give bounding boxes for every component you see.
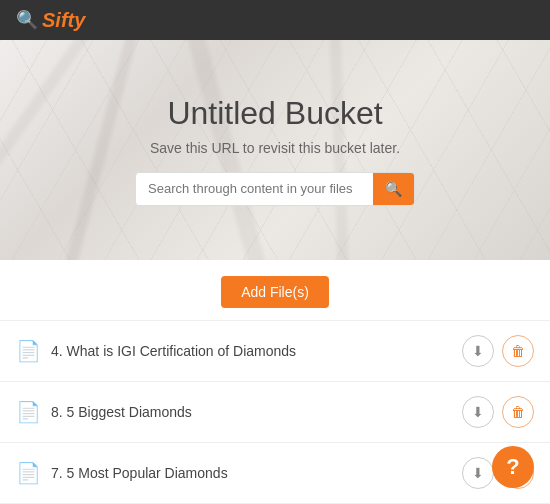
add-file-bar: Add File(s) [0, 260, 550, 321]
search-input[interactable] [136, 173, 373, 204]
file-list: 📄 4. What is IGI Certification of Diamon… [0, 321, 550, 504]
file-icon: 📄 [16, 461, 41, 485]
add-file-button[interactable]: Add File(s) [221, 276, 329, 308]
main-content: Add File(s) 📄 4. What is IGI Certificati… [0, 260, 550, 504]
delete-button[interactable]: 🗑 [502, 335, 534, 367]
hero-subtitle: Save this URL to revisit this bucket lat… [135, 140, 415, 156]
delete-button[interactable]: 🗑 [502, 396, 534, 428]
logo-text: Sifty [42, 9, 85, 32]
file-actions: ⬇ 🗑 [462, 396, 534, 428]
file-icon: 📄 [16, 400, 41, 424]
download-button[interactable]: ⬇ [462, 457, 494, 489]
trash-icon: 🗑 [511, 404, 525, 420]
search-submit-icon: 🔍 [385, 181, 402, 197]
file-actions: ⬇ 🗑 [462, 335, 534, 367]
navbar: 🔍 Sifty [0, 0, 550, 40]
trash-icon: 🗑 [511, 343, 525, 359]
download-icon: ⬇ [472, 465, 484, 481]
logo: 🔍 Sifty [16, 9, 85, 32]
file-icon: 📄 [16, 339, 41, 363]
file-name: 7. 5 Most Popular Diamonds [51, 465, 452, 481]
table-row: 📄 4. What is IGI Certification of Diamon… [0, 321, 550, 382]
search-icon: 🔍 [16, 9, 38, 31]
table-row: 📄 7. 5 Most Popular Diamonds ⬇ 🗑 [0, 443, 550, 504]
download-button[interactable]: ⬇ [462, 335, 494, 367]
table-row: 📄 8. 5 Biggest Diamonds ⬇ 🗑 [0, 382, 550, 443]
download-button[interactable]: ⬇ [462, 396, 494, 428]
download-icon: ⬇ [472, 343, 484, 359]
bucket-title: Untitled Bucket [135, 95, 415, 132]
download-icon: ⬇ [472, 404, 484, 420]
search-bar: 🔍 [135, 172, 415, 206]
file-name: 4. What is IGI Certification of Diamonds [51, 343, 452, 359]
hero-banner: Untitled Bucket Save this URL to revisit… [0, 40, 550, 260]
file-name: 8. 5 Biggest Diamonds [51, 404, 452, 420]
hero-content: Untitled Bucket Save this URL to revisit… [135, 95, 415, 206]
help-button[interactable]: ? [492, 446, 534, 488]
search-button[interactable]: 🔍 [373, 173, 414, 205]
